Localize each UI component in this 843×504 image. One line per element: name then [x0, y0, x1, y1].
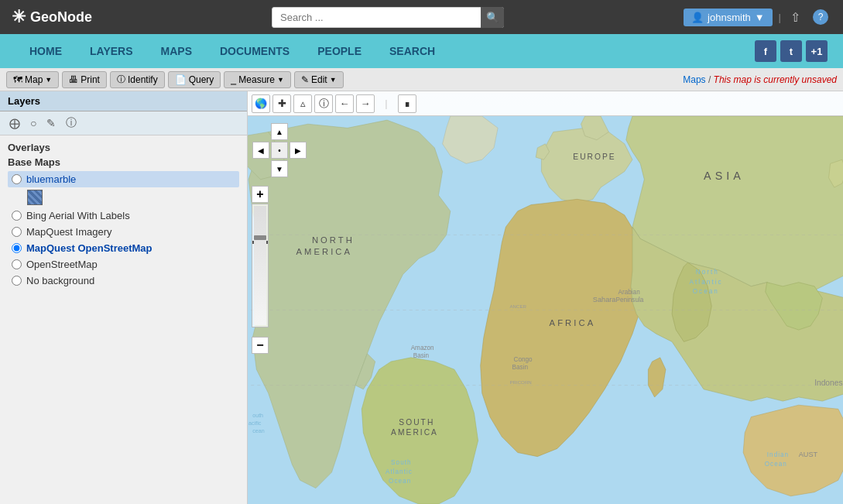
svg-text:Atlantic: Atlantic: [386, 468, 413, 475]
remove-layer-button[interactable]: ○: [27, 115, 39, 132]
search-button[interactable]: 🔍: [481, 7, 504, 28]
overlays-header: Overlays: [8, 142, 239, 153]
pan-tool-button[interactable]: ▵: [293, 94, 312, 113]
map-button[interactable]: 🗺 Map ▼: [6, 71, 59, 88]
svg-text:outh: outh: [252, 413, 263, 419]
measure-caret-icon: ▼: [277, 76, 284, 84]
edit-caret-icon: ▼: [330, 76, 337, 84]
separator: |: [779, 12, 781, 23]
query-label: Query: [189, 74, 214, 85]
print-button[interactable]: 🖶 Print: [62, 71, 107, 88]
pan-left-button[interactable]: ◀: [252, 142, 269, 159]
layer-item-no-background[interactable]: No background: [8, 273, 239, 289]
globe-tool-button[interactable]: 🌎: [252, 94, 270, 113]
edit-button[interactable]: ✎ Edit ▼: [294, 71, 344, 88]
layer-item-mapquest-imagery[interactable]: MapQuest Imagery: [8, 224, 239, 240]
layer-info-button[interactable]: ⓘ: [63, 115, 80, 132]
bluemarble-thumb-inner: [28, 190, 42, 204]
identify-button[interactable]: ⓘ Identify: [110, 71, 165, 88]
zoom-slider-area: [252, 204, 269, 327]
map-navigation: ▲ ◀ • ▶ ▼: [252, 122, 307, 178]
zoom-in-button[interactable]: +: [252, 186, 269, 203]
search-input[interactable]: [272, 7, 504, 28]
app-title: GeoNode: [30, 9, 92, 26]
twitter-button[interactable]: t: [780, 40, 802, 62]
user-area: 👤 johnsmith ▼ | ⇧ ?: [684, 6, 831, 28]
caret-icon: ▼: [755, 12, 765, 23]
measure-button[interactable]: ⎯ Measure ▼: [224, 71, 291, 88]
basemap-radio-mapquest-osm[interactable]: [12, 243, 22, 253]
svg-text:Sahara: Sahara: [593, 296, 617, 303]
zoom-extent-icon: ✚: [278, 98, 286, 109]
pan-up-button[interactable]: ▲: [271, 123, 288, 140]
query-icon: 📄: [175, 74, 187, 85]
separator-icon: |: [385, 98, 387, 109]
svg-text:AMERICA: AMERICA: [391, 428, 438, 437]
basemap-radio-openstreetmap[interactable]: [12, 259, 22, 269]
layers-header: Layers: [0, 91, 247, 111]
edit-label: Edit: [311, 74, 327, 85]
grid-tool-button[interactable]: ∎: [398, 94, 416, 113]
svg-text:Ocean: Ocean: [389, 478, 411, 485]
map-toolbar-bar: 🗺 Map ▼ 🖶 Print ⓘ Identify 📄 Query ⎯ Mea…: [0, 68, 843, 91]
svg-text:AUST: AUST: [799, 451, 818, 458]
pan-right-button[interactable]: ▶: [290, 142, 307, 159]
zoom-extent-button[interactable]: ✚: [272, 94, 291, 113]
basemap-radio-no-background[interactable]: [12, 276, 22, 286]
add-layer-button[interactable]: ⨁: [6, 115, 23, 132]
search-area: 🔍: [108, 7, 668, 28]
svg-text:PRICORN: PRICORN: [509, 379, 531, 385]
layer-item-bing-aerial[interactable]: Bing Aerial With Labels: [8, 207, 239, 224]
forward-nav-icon: →: [361, 98, 371, 109]
info-tool-button[interactable]: ⓘ: [314, 94, 333, 113]
help-button[interactable]: ?: [810, 6, 831, 28]
edit-icon: ✎: [301, 74, 309, 85]
back-nav-icon: ←: [340, 98, 350, 109]
svg-text:ANCER: ANCER: [509, 303, 526, 309]
info-layer-icon: ⓘ: [66, 116, 77, 129]
layer-item-mapquest-osm[interactable]: MapQuest OpenStreetMap: [8, 240, 239, 256]
nav-item-maps[interactable]: MAPS: [147, 34, 206, 68]
pan-tool-icon: ▵: [300, 98, 306, 109]
pan-center-button[interactable]: •: [271, 142, 288, 159]
layer-item-bluemarble[interactable]: bluemarble: [8, 171, 239, 187]
print-icon: 🖶: [69, 74, 78, 85]
back-nav-button[interactable]: ←: [335, 94, 354, 113]
upload-button[interactable]: ⇧: [787, 7, 804, 28]
nav-item-people[interactable]: PEOPLE: [303, 34, 375, 68]
basemap-radio-bluemarble[interactable]: [12, 174, 22, 184]
world-map-svg: NORTH AMERICA SOUTH AMERICA AFRICA ASIA …: [248, 116, 843, 504]
query-button[interactable]: 📄 Query: [168, 71, 221, 88]
forward-nav-button[interactable]: →: [356, 94, 375, 113]
nav-item-documents[interactable]: DOCUMENTS: [206, 34, 303, 68]
facebook-button[interactable]: f: [755, 40, 776, 62]
breadcrumb-maps-link[interactable]: Maps: [683, 74, 705, 85]
nav-item-home[interactable]: HOME: [15, 34, 76, 68]
nav-item-layers[interactable]: LAYERS: [76, 34, 147, 68]
map-tools-bar: 🌎 ✚ ▵ ⓘ ← → | ∎: [248, 91, 843, 116]
svg-text:Congo: Congo: [514, 356, 533, 363]
svg-text:Basin: Basin: [413, 352, 429, 359]
globe-tool-icon: 🌎: [255, 98, 267, 109]
zoom-controls: +: [252, 184, 269, 204]
edit-layer-button[interactable]: ✎: [43, 115, 59, 132]
help-icon: ?: [813, 9, 828, 25]
basemap-radio-bing-aerial[interactable]: [12, 211, 22, 221]
svg-text:NORTH: NORTH: [312, 235, 355, 245]
nav-item-search[interactable]: SEARCH: [375, 34, 449, 68]
info-tool-icon: ⓘ: [319, 97, 329, 111]
layer-item-openstreetmap[interactable]: OpenStreetMap: [8, 256, 239, 273]
basemap-radio-mapquest-imagery[interactable]: [12, 227, 22, 237]
user-menu-button[interactable]: 👤 johnsmith ▼: [684, 9, 773, 26]
map-background: NORTH AMERICA SOUTH AMERICA AFRICA ASIA …: [248, 91, 843, 504]
zoom-out-button[interactable]: −: [252, 337, 269, 354]
toolbar-right: Maps / This map is currently unsaved: [683, 74, 837, 85]
googleplus-button[interactable]: +1: [806, 40, 828, 62]
pan-down-button[interactable]: ▼: [271, 160, 288, 177]
svg-text:acific: acific: [248, 420, 262, 427]
openstreetmap-label: OpenStreetMap: [26, 259, 98, 270]
svg-text:Basin: Basin: [512, 364, 528, 371]
nav-mid-row: ◀ • ▶: [252, 141, 307, 159]
nav-up-row: ▲: [252, 122, 307, 141]
nav-down-row: ▼: [252, 159, 307, 178]
